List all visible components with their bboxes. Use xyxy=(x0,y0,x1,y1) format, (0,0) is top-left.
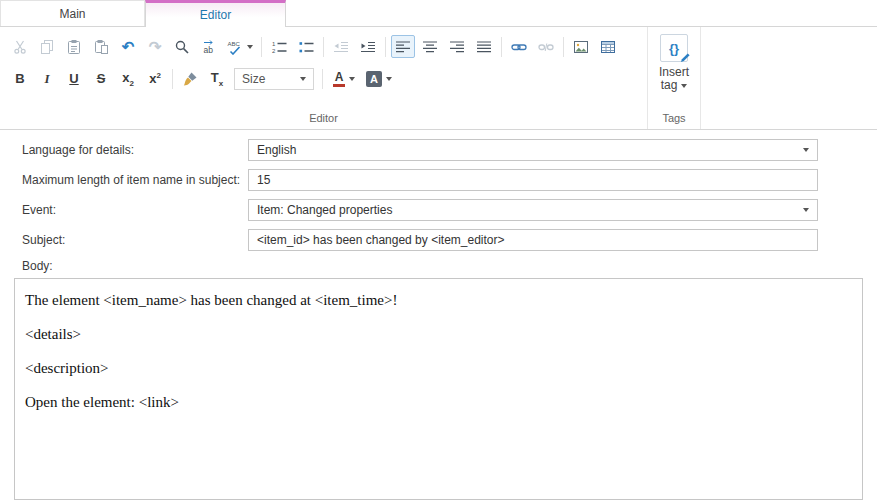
justify-button[interactable] xyxy=(472,35,496,58)
toolbar-separator xyxy=(172,69,173,89)
underline-button[interactable]: U xyxy=(62,67,86,90)
redo-button[interactable]: ↷ xyxy=(143,35,167,58)
strikethrough-button[interactable]: S xyxy=(89,67,113,90)
strikethrough-icon: S xyxy=(97,71,106,86)
underline-icon: U xyxy=(69,71,78,86)
ribbon-empty-area xyxy=(701,27,877,129)
max-length-input[interactable] xyxy=(248,169,818,191)
body-line xyxy=(25,377,852,394)
body-line: <details> xyxy=(25,326,852,343)
superscript-button[interactable]: x2 xyxy=(143,67,167,90)
font-size-select[interactable]: Size xyxy=(234,68,314,90)
toolbar-separator xyxy=(563,37,564,57)
toolbar-separator xyxy=(385,37,386,57)
bold-icon: B xyxy=(15,71,24,86)
language-value: English xyxy=(257,143,799,157)
redo-icon: ↷ xyxy=(149,39,162,54)
event-dropdown[interactable]: Item: Changed properties xyxy=(248,199,818,221)
unlink-button[interactable] xyxy=(534,35,558,58)
paste-button[interactable] xyxy=(62,35,86,58)
insert-tag-button[interactable]: {} Insert tag xyxy=(648,27,700,111)
paste-icon xyxy=(66,39,82,55)
italic-icon: I xyxy=(44,71,49,87)
image-icon xyxy=(573,39,589,55)
ribbon: ↶ ↷ ab ABC 12 xyxy=(0,27,877,130)
pencil-icon xyxy=(680,51,692,63)
tab-editor[interactable]: Editor xyxy=(145,0,286,27)
max-length-label: Maximum length of item name in subject: xyxy=(0,173,248,187)
body-line: The element <item_name> has been changed… xyxy=(25,292,852,309)
tab-editor-label: Editor xyxy=(200,8,231,22)
font-size-label: Size xyxy=(242,72,265,86)
dropdown-caret-icon xyxy=(803,208,809,212)
form-row: Subject: xyxy=(0,229,877,251)
language-dropdown[interactable]: English xyxy=(248,139,818,161)
form-row: Language for details: English xyxy=(0,139,877,161)
ribbon-group-editor: ↶ ↷ ab ABC 12 xyxy=(0,27,648,129)
ribbon-editor-rows: ↶ ↷ ab ABC 12 xyxy=(0,27,647,111)
dropdown-caret-icon xyxy=(681,84,687,88)
insert-tag-icon: {} xyxy=(660,34,688,62)
undo-icon: ↶ xyxy=(122,39,135,54)
find-button[interactable] xyxy=(170,35,194,58)
brush-icon xyxy=(182,71,198,87)
align-right-icon xyxy=(449,39,465,55)
body-editor[interactable]: The element <item_name> has been changed… xyxy=(14,278,863,500)
superscript-icon: x2 xyxy=(149,71,161,86)
justify-icon xyxy=(476,39,492,55)
subject-label: Subject: xyxy=(0,233,248,247)
search-icon xyxy=(174,39,190,55)
copy-icon xyxy=(39,39,55,55)
increase-indent-button[interactable] xyxy=(356,35,380,58)
subscript-icon: x2 xyxy=(122,70,134,88)
highlight-color-button[interactable]: A xyxy=(363,67,395,90)
insert-table-button[interactable] xyxy=(596,35,620,58)
dropdown-caret-icon xyxy=(247,45,253,49)
align-right-button[interactable] xyxy=(445,35,469,58)
numbered-list-button[interactable]: 12 xyxy=(267,35,291,58)
bold-button[interactable]: B xyxy=(8,67,32,90)
subscript-button[interactable]: x2 xyxy=(116,67,140,90)
template-form: Language for details: English Maximum le… xyxy=(0,130,877,500)
body-line: <description> xyxy=(25,360,852,377)
subject-input[interactable] xyxy=(248,229,818,251)
insert-tag-label-line2: tag xyxy=(661,79,678,92)
clear-formatting-button[interactable]: Tx xyxy=(205,67,229,90)
align-center-icon xyxy=(422,39,438,55)
replace-icon: ab xyxy=(201,39,217,55)
align-left-button[interactable] xyxy=(391,35,415,58)
copy-button[interactable] xyxy=(35,35,59,58)
italic-button[interactable]: I xyxy=(35,67,59,90)
decrease-indent-button[interactable] xyxy=(329,35,353,58)
spellcheck-icon: ABC xyxy=(227,39,243,55)
cut-icon xyxy=(12,39,28,55)
ribbon-tab-bar: Main Editor xyxy=(0,0,877,27)
font-color-button[interactable]: A xyxy=(328,67,360,90)
spellcheck-letters: ABC xyxy=(228,40,241,46)
increase-indent-icon xyxy=(360,39,376,55)
tab-main[interactable]: Main xyxy=(0,0,145,26)
body-line: Open the element: <link> xyxy=(25,394,852,411)
event-value: Item: Changed properties xyxy=(257,203,799,217)
ribbon-group-label-tags: Tags xyxy=(648,111,700,129)
spellcheck-button[interactable]: ABC xyxy=(224,35,256,58)
language-label: Language for details: xyxy=(0,143,248,157)
format-painter-button[interactable] xyxy=(178,67,202,90)
toolbar-row-2: B I U S x2 x2 Tx Size A A xyxy=(8,66,643,91)
cut-button[interactable] xyxy=(8,35,32,58)
replace-button[interactable]: ab xyxy=(197,35,221,58)
align-center-button[interactable] xyxy=(418,35,442,58)
insert-image-button[interactable] xyxy=(569,35,593,58)
undo-button[interactable]: ↶ xyxy=(116,35,140,58)
toolbar-row-1: ↶ ↷ ab ABC 12 xyxy=(8,34,643,59)
paste-special-button[interactable] xyxy=(89,35,113,58)
replace-letters: ab xyxy=(204,44,214,54)
body-line xyxy=(25,309,852,326)
bullet-list-button[interactable] xyxy=(294,35,318,58)
body-label: Body: xyxy=(0,259,877,273)
ribbon-group-tags: {} Insert tag Tags xyxy=(648,27,701,129)
insert-link-button[interactable] xyxy=(507,35,531,58)
dropdown-caret-icon xyxy=(349,77,355,81)
toolbar-separator xyxy=(323,37,324,57)
font-color-icon: A xyxy=(333,71,345,87)
